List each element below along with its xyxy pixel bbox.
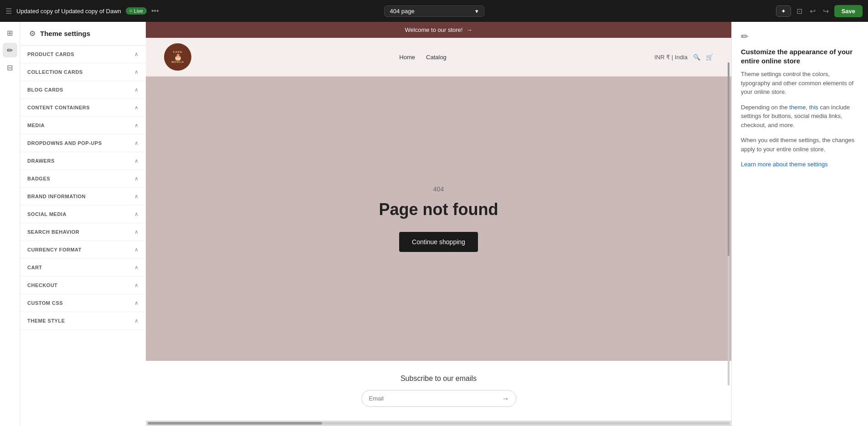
- section-label-product-cards: PRODUCT CARDS: [27, 51, 74, 57]
- this-link[interactable]: this: [809, 104, 818, 111]
- section-label-dropdowns-popups: DROPDOWNS AND POP-UPS: [27, 140, 102, 146]
- sidebar-main-col: ⚙ Theme settings PRODUCT CARDS ∧ COLLECT…: [20, 22, 146, 426]
- logo-icon: 🎂: [174, 53, 182, 61]
- section-label-content-containers: CONTENT CONTAINERS: [27, 105, 90, 110]
- sidebar-item-drawers[interactable]: DRAWERS ∧: [20, 152, 146, 170]
- store-nav-icon[interactable]: ☰: [5, 7, 12, 15]
- store-banner: Welcome to our store! →: [146, 22, 731, 38]
- sidebar-item-search-behavior[interactable]: SEARCH BEHAVIOR ∧: [20, 223, 146, 241]
- live-label: Live: [134, 8, 143, 14]
- sidebar-item-content-containers[interactable]: CONTENT CONTAINERS ∧: [20, 99, 146, 117]
- store-nav-right: INR ₹ | India 🔍 🛒: [654, 54, 713, 61]
- banner-text: Welcome to our store!: [405, 26, 463, 33]
- subscribe-title: Subscribe to our emails: [401, 375, 477, 383]
- email-input[interactable]: [362, 390, 496, 406]
- sidebar-item-media[interactable]: MEDIA ∧: [20, 117, 146, 134]
- bottom-scrollbar[interactable]: [146, 421, 731, 426]
- store-nav: Home Catalog: [399, 54, 447, 61]
- sidebar-item-brand-information[interactable]: BRAND INFORMATION ∧: [20, 188, 146, 205]
- store-header: CAKE 🎂 WORLD Home Catalog INR ₹ | India …: [146, 38, 731, 77]
- right-panel-text2: Depending on the theme, this can include…: [741, 103, 859, 130]
- page-not-found-title: Page not found: [379, 200, 498, 219]
- section-label-media: MEDIA: [27, 123, 45, 128]
- section-label-theme-style: THEME STYLE: [27, 318, 65, 323]
- email-submit-button[interactable]: →: [496, 390, 516, 406]
- logo-text-bottom: WORLD: [171, 61, 184, 63]
- preview-icon[interactable]: ⊡: [795, 5, 804, 17]
- page-selector[interactable]: 404 page ▾: [384, 5, 484, 17]
- chevron-icon-search-behavior: ∧: [134, 229, 139, 235]
- sidebar-item-currency-format[interactable]: CURRENCY FORMAT ∧: [20, 241, 146, 259]
- section-label-checkout: CHECKOUT: [27, 282, 57, 288]
- store-footer-area: Subscribe to our emails →: [146, 361, 731, 421]
- preview-area: Welcome to our store! → CAKE 🎂 WORLD Hom…: [146, 22, 731, 426]
- chevron-icon-social-media: ∧: [134, 211, 139, 217]
- search-icon[interactable]: 🔍: [693, 54, 700, 61]
- store-logo: CAKE 🎂 WORLD: [164, 43, 191, 71]
- chevron-icon-collection-cards: ∧: [134, 69, 139, 75]
- theme-link[interactable]: theme: [789, 104, 806, 111]
- section-label-blog-cards: BLOG CARDS: [27, 87, 63, 92]
- theme-settings-icon[interactable]: ✏: [3, 43, 17, 57]
- preview-scrollbar[interactable]: [728, 62, 729, 386]
- chevron-icon-drawers: ∧: [134, 158, 139, 164]
- nav-catalog[interactable]: Catalog: [426, 54, 447, 61]
- chevron-icon-badges: ∧: [134, 175, 139, 182]
- section-label-custom-css: CUSTOM CSS: [27, 300, 63, 306]
- right-panel: ✏ Customize the appearance of your entir…: [731, 22, 868, 426]
- store-404-area: 404 Page not found Continue shopping: [146, 77, 731, 361]
- sidebar-item-dropdowns-popups[interactable]: DROPDOWNS AND POP-UPS ∧: [20, 134, 146, 152]
- sidebar-item-collection-cards[interactable]: COLLECTION CARDS ∧: [20, 63, 146, 81]
- right-panel-title: Customize the appearance of your entire …: [741, 47, 859, 65]
- sidebar-item-theme-style[interactable]: THEME STYLE ∧: [20, 312, 146, 330]
- undo-button[interactable]: ↩: [808, 5, 817, 17]
- main-layout: ⊞ ✏ ⊟ ⚙ Theme settings PRODUCT CARDS ∧ C…: [0, 22, 868, 426]
- customize-icon: ✏: [741, 31, 859, 42]
- sidebar-item-social-media[interactable]: SOCIAL MEDIA ∧: [20, 205, 146, 223]
- save-button[interactable]: Save: [834, 5, 863, 17]
- nav-home[interactable]: Home: [399, 54, 415, 61]
- sidebar-item-checkout[interactable]: CHECKOUT ∧: [20, 277, 146, 294]
- chevron-icon-product-cards: ∧: [134, 51, 139, 57]
- section-label-search-behavior: SEARCH BEHAVIOR: [27, 229, 79, 235]
- chevron-icon-currency-format: ∧: [134, 246, 139, 253]
- ai-button[interactable]: ✦: [776, 5, 791, 17]
- sidebar-item-product-cards[interactable]: PRODUCT CARDS ∧: [20, 46, 146, 63]
- top-bar-right: ✦ ⊡ ↩ ↪ Save: [580, 5, 863, 17]
- section-label-badges: BADGES: [27, 176, 50, 181]
- apps-icon[interactable]: ⊟: [3, 60, 17, 75]
- bottom-scroll-track: [148, 422, 729, 425]
- sidebar-item-badges[interactable]: BADGES ∧: [20, 170, 146, 188]
- more-button[interactable]: •••: [151, 7, 159, 15]
- sections-list: PRODUCT CARDS ∧ COLLECTION CARDS ∧ BLOG …: [20, 46, 146, 330]
- section-label-cart: CART: [27, 265, 42, 270]
- top-bar-left: ☰ Updated copy of Updated copy of Dawn L…: [5, 7, 288, 15]
- settings-icon: ⚙: [29, 29, 36, 38]
- continue-shopping-button[interactable]: Continue shopping: [399, 232, 478, 252]
- chevron-icon-checkout: ∧: [134, 282, 139, 288]
- section-label-drawers: DRAWERS: [27, 158, 55, 164]
- chevron-down-icon: ▾: [475, 8, 478, 15]
- sidebar-with-nav: ⊞ ✏ ⊟ ⚙ Theme settings PRODUCT CARDS ∧ C…: [0, 22, 146, 426]
- banner-arrow: →: [466, 26, 472, 33]
- preview-scroll-thumb: [728, 62, 729, 257]
- bottom-scroll-thumb: [148, 422, 322, 425]
- section-label-currency-format: CURRENCY FORMAT: [27, 247, 82, 252]
- top-bar: ☰ Updated copy of Updated copy of Dawn L…: [0, 0, 868, 22]
- currency-display[interactable]: INR ₹ | India: [654, 54, 688, 61]
- sidebar-item-blog-cards[interactable]: BLOG CARDS ∧: [20, 81, 146, 99]
- section-label-collection-cards: COLLECTION CARDS: [27, 69, 83, 75]
- cart-icon[interactable]: 🛒: [706, 54, 713, 61]
- redo-button[interactable]: ↪: [821, 5, 831, 17]
- chevron-icon-dropdowns-popups: ∧: [134, 140, 139, 146]
- sidebar-item-custom-css[interactable]: CUSTOM CSS ∧: [20, 294, 146, 312]
- preview-frame: Welcome to our store! → CAKE 🎂 WORLD Hom…: [146, 22, 731, 421]
- right-panel-text3: When you edit theme settings, the change…: [741, 136, 859, 154]
- error-code: 404: [433, 185, 444, 193]
- sidebar-title: Theme settings: [40, 30, 90, 37]
- chevron-icon-media: ∧: [134, 122, 139, 128]
- learn-more-link[interactable]: Learn more about theme settings: [741, 161, 828, 168]
- chevron-icon-theme-style: ∧: [134, 318, 139, 324]
- sidebar-item-cart[interactable]: CART ∧: [20, 259, 146, 277]
- pages-icon[interactable]: ⊞: [3, 26, 17, 40]
